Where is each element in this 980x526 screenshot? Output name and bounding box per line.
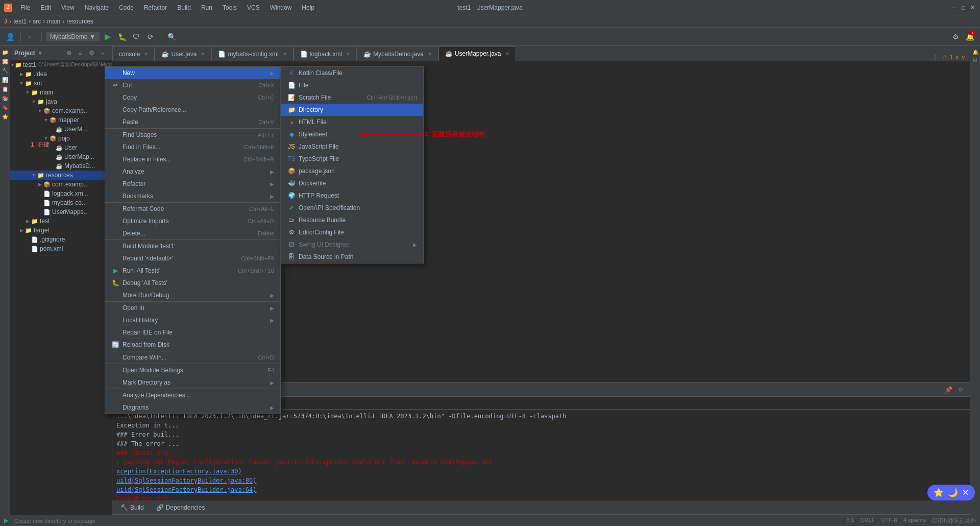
cm-analyze-deps-icon [111, 391, 119, 399]
cm-cut-label: Cut [122, 82, 250, 89]
cm-find-files-icon [111, 143, 119, 151]
cm-reformat[interactable]: Reformat Code Ctrl+Alt+L [105, 202, 280, 215]
sub-dockerfile[interactable]: 🐳 Dockerfile [281, 177, 423, 189]
cm-diagrams[interactable]: Diagrams ▶ [105, 401, 280, 414]
cm-analyze-deps-label: Analyze Dependencies... [122, 392, 274, 399]
cm-refactor-label: Refactor [122, 180, 270, 187]
cm-replace-files[interactable]: Replace in Files... Ctrl+Shift+R [105, 153, 280, 165]
sub-datasource[interactable]: 🗄 Data Source in Path [281, 251, 423, 263]
sub-editorconfig-icon: ⚙ [287, 228, 296, 236]
cm-find-usages-icon [111, 131, 119, 139]
cm-bookmarks-icon [111, 192, 119, 200]
sub-resource-bundle-icon: 🗂 [287, 216, 296, 224]
parent-context-menu: New ▶ ✂ Cut Ctrl+X Copy Ctrl+C Copy Path… [105, 66, 281, 414]
cm-reload[interactable]: 🔄 Reload from Disk [105, 339, 280, 351]
cm-local-history-label: Local History [122, 317, 270, 324]
cm-open-module-settings[interactable]: Open Module Settings F4 [105, 364, 280, 376]
cm-rebuild-label: Rebuild '<default>' [122, 255, 233, 262]
sub-scratch[interactable]: 📝 Scratch File Ctrl+Alt+Shift+Insert [281, 91, 423, 104]
cm-debug-tests[interactable]: 🐛 Debug 'All Tests' [105, 277, 280, 289]
cm-refactor-icon [111, 180, 119, 188]
sub-js[interactable]: JS JavaScript File [281, 140, 423, 153]
cm-mark-directory[interactable]: Mark Directory as ▶ [105, 376, 280, 389]
cm-mark-directory-icon [111, 378, 119, 387]
cm-mark-directory-label: Mark Directory as [122, 379, 270, 386]
cm-debug-tests-icon: 🐛 [111, 279, 119, 287]
sub-directory[interactable]: 📁 Directory [281, 104, 423, 116]
sub-ts-label: TypeScript File [299, 155, 417, 162]
cm-more-run[interactable]: More Run/Debug ▶ [105, 289, 280, 301]
cm-build-module[interactable]: Build Module 'test1' [105, 240, 280, 252]
cm-open-in-arrow: ▶ [270, 305, 274, 311]
cm-bookmarks-arrow: ▶ [270, 194, 274, 199]
cm-analyze-label: Analyze [122, 168, 270, 175]
cm-repair-ide-label: Repair IDE on File [122, 329, 274, 336]
annotation-2-text: 2. 新建目录层次结构 [425, 130, 485, 139]
popup-tool-star[interactable]: ⭐ [934, 488, 944, 497]
cm-rebuild[interactable]: Rebuild '<default>' Ctrl+Shift+F9 [105, 252, 280, 265]
sub-ts[interactable]: TS TypeScript File [281, 153, 423, 165]
cm-compare[interactable]: Compare With... Ctrl+D [105, 351, 280, 364]
sub-openapi-icon: ✔ [287, 204, 296, 212]
cm-paste-shortcut: Ctrl+V [258, 119, 274, 125]
cm-cut[interactable]: ✂ Cut Ctrl+X [105, 79, 280, 91]
popup-tool-moon[interactable]: 🌙 [948, 488, 958, 497]
cm-bookmarks[interactable]: Bookmarks ▶ [105, 190, 280, 202]
sub-directory-label: Directory [299, 106, 417, 113]
cm-reformat-label: Reformat Code [122, 205, 241, 212]
cm-refactor[interactable]: Refactor ▶ [105, 178, 280, 190]
cm-new[interactable]: New ▶ [105, 67, 280, 79]
cm-delete[interactable]: Delete... Delete [105, 227, 280, 240]
cm-repair-ide-icon [111, 328, 119, 337]
sub-file[interactable]: 📄 File [281, 79, 423, 91]
cm-optimize-icon [111, 217, 119, 225]
cm-find-files-shortcut: Ctrl+Shift+F [244, 144, 274, 150]
annotation-1: 1. 右键 [31, 140, 50, 149]
cm-replace-files-icon [111, 155, 119, 163]
sub-package-json-icon: 📦 [287, 167, 296, 175]
cm-run-tests-label: Run 'All Tests' [122, 267, 230, 274]
cm-analyze-deps[interactable]: Analyze Dependencies... [105, 389, 280, 401]
sub-swing-arrow: ▶ [413, 242, 417, 248]
cm-paste-label: Paste [122, 118, 250, 126]
cm-run-tests-shortcut: Ctrl+Shift+F10 [238, 268, 274, 274]
cm-reload-label: Reload from Disk [122, 341, 274, 348]
cm-copy-path[interactable]: Copy Path/Reference... [105, 104, 280, 116]
cm-find-files-label: Find in Files... [122, 144, 236, 151]
cm-more-run-label: More Run/Debug [122, 292, 270, 299]
cm-copy[interactable]: Copy Ctrl+C [105, 91, 280, 104]
sub-scratch-label: Scratch File [299, 94, 358, 101]
sub-resource-bundle[interactable]: 🗂 Resource Bundle [281, 214, 423, 226]
cm-find-usages[interactable]: Find Usages Alt+F7 [105, 128, 280, 141]
cm-paste[interactable]: Paste Ctrl+V [105, 116, 280, 128]
cm-new-arrow: ▶ [270, 70, 274, 76]
cm-more-run-arrow: ▶ [270, 293, 274, 298]
cm-repair-ide[interactable]: Repair IDE on File [105, 326, 280, 339]
cm-analyze[interactable]: Analyze ▶ [105, 165, 280, 178]
sub-editorconfig[interactable]: ⚙ EditorConfig File [281, 226, 423, 238]
sub-http[interactable]: 🌍 HTTP Request [281, 189, 423, 202]
sub-resource-bundle-label: Resource Bundle [299, 217, 417, 224]
sub-package-json[interactable]: 📦 package.json [281, 165, 423, 177]
sub-file-label: File [299, 82, 417, 89]
cm-replace-files-label: Replace in Files... [122, 156, 235, 163]
cm-run-tests[interactable]: ▶ Run 'All Tests' Ctrl+Shift+F10 [105, 265, 280, 277]
sub-kotlin[interactable]: K Kotlin Class/File [281, 67, 423, 79]
sub-package-json-label: package.json [299, 168, 417, 175]
annotation-arrow-svg [357, 127, 424, 142]
cm-open-in-label: Open In [122, 304, 270, 312]
cm-diagrams-icon [111, 403, 119, 412]
cm-build-module-icon [111, 242, 119, 250]
popup-tool-close[interactable]: ✕ [962, 488, 969, 497]
cm-optimize[interactable]: Optimize Imports Ctrl+Alt+O [105, 215, 280, 227]
cm-more-run-icon [111, 291, 119, 299]
sub-js-label: JavaScript File [299, 143, 417, 150]
cm-open-module-settings-icon [111, 366, 119, 374]
cm-find-files[interactable]: Find in Files... Ctrl+Shift+F [105, 141, 280, 153]
cm-open-in[interactable]: Open In ▶ [105, 301, 280, 314]
cm-local-history[interactable]: Local History ▶ [105, 314, 280, 326]
annotation-1-text: 1. 右键 [31, 141, 50, 148]
sub-openapi[interactable]: ✔ OpenAPI Specification [281, 202, 423, 214]
cm-new-icon [111, 69, 119, 77]
cm-reformat-icon [111, 205, 119, 213]
